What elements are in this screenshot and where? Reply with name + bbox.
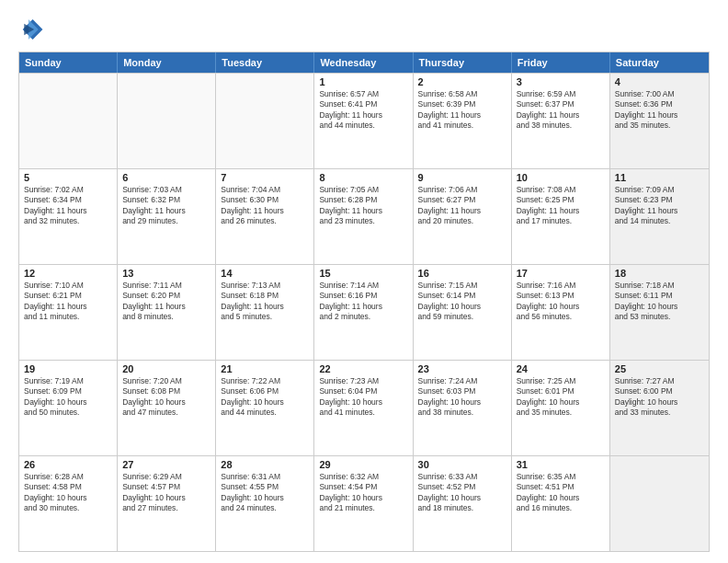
day-info: Sunrise: 6:59 AM Sunset: 6:37 PM Dayligh… xyxy=(517,89,605,132)
day-cell-3: 3Sunrise: 6:59 AM Sunset: 6:37 PM Daylig… xyxy=(512,74,610,168)
day-number: 13 xyxy=(122,268,210,279)
calendar-row-3: 19Sunrise: 7:19 AM Sunset: 6:09 PM Dayli… xyxy=(19,360,709,455)
day-number: 29 xyxy=(319,459,407,470)
day-info: Sunrise: 7:06 AM Sunset: 6:27 PM Dayligh… xyxy=(418,185,506,227)
day-cell-11: 11Sunrise: 7:09 AM Sunset: 6:23 PM Dayli… xyxy=(610,169,709,264)
day-info: Sunrise: 7:03 AM Sunset: 6:32 PM Dayligh… xyxy=(122,185,210,227)
day-number: 8 xyxy=(319,172,407,183)
empty-cell-4-6 xyxy=(610,456,709,551)
weekday-header-wednesday: Wednesday xyxy=(314,52,413,73)
day-info: Sunrise: 7:11 AM Sunset: 6:20 PM Dayligh… xyxy=(122,281,210,323)
day-number: 24 xyxy=(517,363,605,374)
day-number: 15 xyxy=(319,268,407,279)
day-cell-18: 18Sunrise: 7:18 AM Sunset: 6:11 PM Dayli… xyxy=(610,265,709,360)
day-number: 10 xyxy=(517,172,605,183)
day-cell-27: 27Sunrise: 6:29 AM Sunset: 4:57 PM Dayli… xyxy=(118,456,216,551)
day-info: Sunrise: 6:35 AM Sunset: 4:51 PM Dayligh… xyxy=(517,472,605,514)
empty-cell-0-2 xyxy=(216,74,314,168)
day-number: 7 xyxy=(221,172,309,183)
day-number: 4 xyxy=(615,76,704,87)
day-number: 6 xyxy=(122,172,210,183)
header xyxy=(18,17,710,42)
day-number: 18 xyxy=(615,268,704,279)
day-cell-24: 24Sunrise: 7:25 AM Sunset: 6:01 PM Dayli… xyxy=(512,361,610,455)
day-number: 11 xyxy=(615,172,704,183)
day-info: Sunrise: 7:20 AM Sunset: 6:08 PM Dayligh… xyxy=(122,376,210,419)
day-info: Sunrise: 6:58 AM Sunset: 6:39 PM Dayligh… xyxy=(418,89,506,132)
empty-cell-0-0 xyxy=(19,74,118,168)
day-info: Sunrise: 7:15 AM Sunset: 6:14 PM Dayligh… xyxy=(418,281,506,323)
day-cell-23: 23Sunrise: 7:24 AM Sunset: 6:03 PM Dayli… xyxy=(414,361,512,455)
day-info: Sunrise: 6:28 AM Sunset: 4:58 PM Dayligh… xyxy=(24,472,112,514)
day-cell-1: 1Sunrise: 6:57 AM Sunset: 6:41 PM Daylig… xyxy=(314,74,413,168)
calendar: SundayMondayTuesdayWednesdayThursdayFrid… xyxy=(18,52,710,552)
day-number: 25 xyxy=(615,363,704,374)
day-cell-25: 25Sunrise: 7:27 AM Sunset: 6:00 PM Dayli… xyxy=(610,361,709,455)
day-info: Sunrise: 7:16 AM Sunset: 6:13 PM Dayligh… xyxy=(517,281,605,323)
day-info: Sunrise: 7:23 AM Sunset: 6:04 PM Dayligh… xyxy=(319,376,407,419)
weekday-header-monday: Monday xyxy=(118,52,216,73)
day-number: 1 xyxy=(319,76,407,87)
day-number: 31 xyxy=(517,459,605,470)
day-number: 16 xyxy=(418,268,506,279)
day-info: Sunrise: 6:31 AM Sunset: 4:55 PM Dayligh… xyxy=(221,472,309,514)
calendar-header: SundayMondayTuesdayWednesdayThursdayFrid… xyxy=(19,52,709,73)
day-cell-9: 9Sunrise: 7:06 AM Sunset: 6:27 PM Daylig… xyxy=(414,169,512,264)
day-cell-15: 15Sunrise: 7:14 AM Sunset: 6:16 PM Dayli… xyxy=(314,265,413,360)
day-number: 28 xyxy=(221,459,309,470)
day-number: 9 xyxy=(418,172,506,183)
empty-cell-0-1 xyxy=(118,74,216,168)
day-number: 2 xyxy=(418,76,506,87)
day-number: 5 xyxy=(24,172,112,183)
day-info: Sunrise: 6:33 AM Sunset: 4:52 PM Dayligh… xyxy=(418,472,506,514)
day-number: 12 xyxy=(24,268,112,279)
day-info: Sunrise: 6:32 AM Sunset: 4:54 PM Dayligh… xyxy=(319,472,407,514)
day-cell-29: 29Sunrise: 6:32 AM Sunset: 4:54 PM Dayli… xyxy=(314,456,413,551)
day-info: Sunrise: 7:04 AM Sunset: 6:30 PM Dayligh… xyxy=(221,185,309,227)
day-info: Sunrise: 7:13 AM Sunset: 6:18 PM Dayligh… xyxy=(221,281,309,323)
day-number: 19 xyxy=(24,363,112,374)
day-number: 26 xyxy=(24,459,112,470)
day-number: 22 xyxy=(319,363,407,374)
day-number: 27 xyxy=(122,459,210,470)
weekday-header-tuesday: Tuesday xyxy=(216,52,314,73)
day-cell-14: 14Sunrise: 7:13 AM Sunset: 6:18 PM Dayli… xyxy=(216,265,314,360)
day-cell-31: 31Sunrise: 6:35 AM Sunset: 4:51 PM Dayli… xyxy=(512,456,610,551)
weekday-header-saturday: Saturday xyxy=(610,52,709,73)
day-info: Sunrise: 7:09 AM Sunset: 6:23 PM Dayligh… xyxy=(615,185,704,227)
day-cell-12: 12Sunrise: 7:10 AM Sunset: 6:21 PM Dayli… xyxy=(19,265,118,360)
day-info: Sunrise: 7:05 AM Sunset: 6:28 PM Dayligh… xyxy=(319,185,407,227)
day-cell-20: 20Sunrise: 7:20 AM Sunset: 6:08 PM Dayli… xyxy=(118,361,216,455)
weekday-header-friday: Friday xyxy=(512,52,610,73)
day-number: 14 xyxy=(221,268,309,279)
day-cell-19: 19Sunrise: 7:19 AM Sunset: 6:09 PM Dayli… xyxy=(19,361,118,455)
day-cell-22: 22Sunrise: 7:23 AM Sunset: 6:04 PM Dayli… xyxy=(314,361,413,455)
day-number: 23 xyxy=(418,363,506,374)
day-cell-7: 7Sunrise: 7:04 AM Sunset: 6:30 PM Daylig… xyxy=(216,169,314,264)
day-cell-6: 6Sunrise: 7:03 AM Sunset: 6:32 PM Daylig… xyxy=(118,169,216,264)
day-info: Sunrise: 7:27 AM Sunset: 6:00 PM Dayligh… xyxy=(615,376,704,419)
day-info: Sunrise: 6:29 AM Sunset: 4:57 PM Dayligh… xyxy=(122,472,210,514)
day-cell-5: 5Sunrise: 7:02 AM Sunset: 6:34 PM Daylig… xyxy=(19,169,118,264)
day-cell-26: 26Sunrise: 6:28 AM Sunset: 4:58 PM Dayli… xyxy=(19,456,118,551)
day-cell-8: 8Sunrise: 7:05 AM Sunset: 6:28 PM Daylig… xyxy=(314,169,413,264)
page: SundayMondayTuesdayWednesdayThursdayFrid… xyxy=(0,0,728,563)
day-cell-10: 10Sunrise: 7:08 AM Sunset: 6:25 PM Dayli… xyxy=(512,169,610,264)
day-info: Sunrise: 7:14 AM Sunset: 6:16 PM Dayligh… xyxy=(319,281,407,323)
logo-icon xyxy=(18,17,44,42)
day-info: Sunrise: 7:10 AM Sunset: 6:21 PM Dayligh… xyxy=(24,281,112,323)
weekday-header-thursday: Thursday xyxy=(414,52,512,73)
day-cell-13: 13Sunrise: 7:11 AM Sunset: 6:20 PM Dayli… xyxy=(118,265,216,360)
day-info: Sunrise: 6:57 AM Sunset: 6:41 PM Dayligh… xyxy=(319,89,407,132)
day-cell-4: 4Sunrise: 7:00 AM Sunset: 6:36 PM Daylig… xyxy=(610,74,709,168)
day-info: Sunrise: 7:19 AM Sunset: 6:09 PM Dayligh… xyxy=(24,376,112,419)
day-info: Sunrise: 7:18 AM Sunset: 6:11 PM Dayligh… xyxy=(615,281,704,323)
calendar-row-4: 26Sunrise: 6:28 AM Sunset: 4:58 PM Dayli… xyxy=(19,455,709,551)
day-number: 20 xyxy=(122,363,210,374)
day-number: 30 xyxy=(418,459,506,470)
day-info: Sunrise: 7:02 AM Sunset: 6:34 PM Dayligh… xyxy=(24,185,112,227)
day-cell-2: 2Sunrise: 6:58 AM Sunset: 6:39 PM Daylig… xyxy=(414,74,512,168)
day-number: 21 xyxy=(221,363,309,374)
calendar-body: 1Sunrise: 6:57 AM Sunset: 6:41 PM Daylig… xyxy=(19,73,709,551)
weekday-header-sunday: Sunday xyxy=(19,52,118,73)
